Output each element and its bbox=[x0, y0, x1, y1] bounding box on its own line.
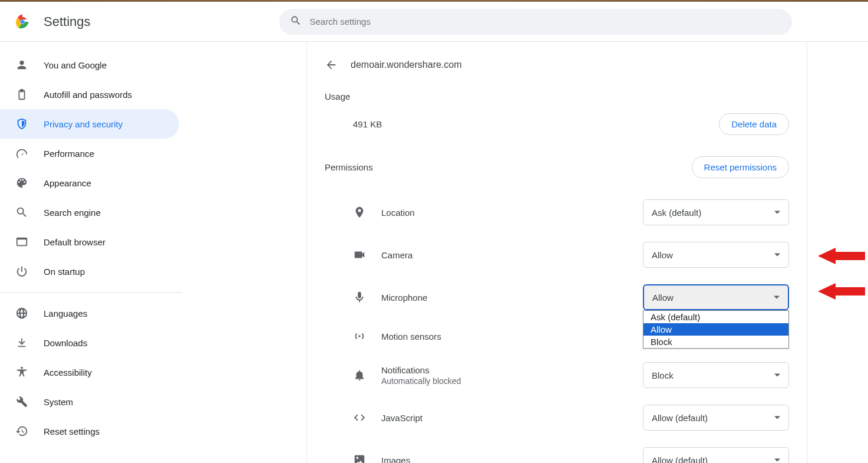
usage-value: 491 KB bbox=[353, 119, 382, 129]
sidebar-item-languages[interactable]: Languages bbox=[0, 298, 179, 328]
sidebar-item-you-and-google[interactable]: You and Google bbox=[0, 50, 179, 80]
sidebar-item-label: You and Google bbox=[44, 60, 107, 70]
gauge-icon bbox=[15, 147, 28, 160]
svg-point-2 bbox=[21, 20, 24, 24]
sidebar-item-label: Default browser bbox=[44, 237, 105, 247]
permission-row-location: Location Ask (default) bbox=[325, 191, 789, 234]
sidebar-item-default-browser[interactable]: Default browser bbox=[0, 227, 179, 257]
permission-select-value: Block bbox=[652, 370, 674, 380]
permission-select-microphone[interactable]: Allow bbox=[643, 284, 789, 310]
palette-icon bbox=[15, 176, 28, 189]
permission-select-camera[interactable]: Allow bbox=[643, 242, 789, 268]
dropdown-option-allow[interactable]: Allow bbox=[643, 323, 788, 336]
download-icon bbox=[15, 336, 28, 349]
sidebar-item-label: Search engine bbox=[44, 208, 101, 218]
search-icon bbox=[15, 206, 28, 219]
sidebar-item-label: System bbox=[44, 397, 73, 407]
permission-select-images[interactable]: Allow (default) bbox=[643, 447, 789, 463]
dropdown-option-block[interactable]: Block bbox=[643, 336, 788, 348]
annotation-arrow-microphone bbox=[818, 280, 865, 303]
svg-marker-4 bbox=[818, 283, 865, 300]
permission-row-camera: Camera Allow bbox=[325, 234, 789, 276]
accessibility-icon bbox=[15, 366, 28, 379]
microphone-icon bbox=[353, 291, 366, 304]
permission-label: Location bbox=[381, 208, 415, 218]
site-settings-card: demoair.wondershare.com Usage 491 KB Del… bbox=[306, 42, 807, 463]
permission-select-javascript[interactable]: Allow (default) bbox=[643, 405, 789, 431]
search-icon bbox=[290, 15, 310, 28]
permission-select-location[interactable]: Ask (default) bbox=[643, 199, 789, 225]
permission-row-javascript: JavaScript Allow (default) bbox=[325, 396, 789, 439]
permission-row-notifications: Notifications Automatically blocked Bloc… bbox=[325, 354, 789, 396]
permission-label: Motion sensors bbox=[381, 331, 441, 341]
permission-label: Notifications bbox=[381, 365, 461, 375]
sidebar-item-privacy[interactable]: Privacy and security bbox=[0, 109, 179, 139]
person-icon bbox=[15, 58, 28, 71]
globe-icon bbox=[15, 307, 28, 320]
sidebar-item-label: Appearance bbox=[44, 178, 91, 188]
code-icon bbox=[353, 411, 366, 424]
main-content: demoair.wondershare.com Usage 491 KB Del… bbox=[183, 42, 868, 463]
sidebar-item-label: Accessibility bbox=[44, 367, 92, 377]
chevron-down-icon bbox=[774, 374, 780, 377]
sidebar-item-label: Privacy and security bbox=[44, 119, 123, 129]
permission-dropdown-menu: Ask (default) Allow Block bbox=[643, 310, 789, 349]
chrome-logo-icon bbox=[14, 14, 31, 30]
chevron-down-icon bbox=[774, 296, 780, 299]
permission-label: JavaScript bbox=[381, 413, 423, 423]
power-icon bbox=[15, 265, 28, 278]
usage-section-title: Usage bbox=[325, 91, 789, 101]
window-icon bbox=[15, 235, 28, 248]
permission-select-value: Ask (default) bbox=[652, 208, 701, 218]
permission-label: Microphone bbox=[381, 293, 427, 303]
chevron-down-icon bbox=[774, 254, 780, 257]
permission-sublabel: Automatically blocked bbox=[381, 376, 461, 386]
svg-marker-3 bbox=[818, 248, 865, 264]
sidebar-item-label: Languages bbox=[44, 308, 87, 318]
site-url: demoair.wondershare.com bbox=[351, 60, 462, 70]
page-title: Settings bbox=[44, 14, 91, 29]
permission-row-images: Images Allow (default) bbox=[325, 439, 789, 463]
sidebar-item-label: Reset settings bbox=[44, 426, 100, 436]
delete-data-button[interactable]: Delete data bbox=[719, 113, 789, 135]
dropdown-option-ask[interactable]: Ask (default) bbox=[643, 311, 788, 323]
sidebar-item-label: On startup bbox=[44, 267, 85, 277]
camera-icon bbox=[353, 248, 366, 261]
header: Settings bbox=[0, 2, 868, 42]
back-arrow-icon[interactable] bbox=[325, 58, 338, 71]
permissions-section-title: Permissions bbox=[325, 162, 373, 172]
chevron-down-icon bbox=[774, 459, 780, 462]
shield-icon bbox=[15, 117, 28, 130]
sidebar-item-performance[interactable]: Performance bbox=[0, 139, 179, 168]
permission-select-notifications[interactable]: Block bbox=[643, 362, 789, 388]
sidebar-item-accessibility[interactable]: Accessibility bbox=[0, 357, 179, 387]
sidebar-item-autofill[interactable]: Autofill and passwords bbox=[0, 80, 179, 109]
search-settings-input[interactable] bbox=[310, 17, 781, 27]
sidebar-item-label: Performance bbox=[44, 149, 94, 159]
sidebar-item-search-engine[interactable]: Search engine bbox=[0, 198, 179, 227]
sidebar-divider bbox=[0, 292, 183, 293]
reset-permissions-button[interactable]: Reset permissions bbox=[692, 156, 789, 178]
permission-label: Camera bbox=[381, 250, 412, 260]
permission-select-value: Allow (default) bbox=[652, 455, 708, 464]
sidebar-item-system[interactable]: System bbox=[0, 387, 179, 416]
sidebar-item-label: Autofill and passwords bbox=[44, 90, 132, 100]
permission-row-microphone: Microphone Allow Ask (default) Allow Blo… bbox=[325, 276, 789, 318]
annotation-arrow-camera bbox=[818, 244, 865, 268]
sidebar-item-downloads[interactable]: Downloads bbox=[0, 328, 179, 357]
bell-icon bbox=[353, 369, 366, 382]
chevron-down-icon bbox=[774, 416, 780, 419]
chevron-down-icon bbox=[774, 211, 780, 214]
wrench-icon bbox=[15, 395, 28, 408]
location-icon bbox=[353, 206, 366, 219]
sidebar-item-label: Downloads bbox=[44, 338, 87, 348]
history-icon bbox=[15, 425, 28, 438]
permission-select-value: Allow bbox=[652, 293, 674, 303]
sidebar-item-appearance[interactable]: Appearance bbox=[0, 168, 179, 198]
sidebar-item-on-startup[interactable]: On startup bbox=[0, 257, 179, 286]
image-icon bbox=[353, 454, 366, 463]
permission-select-value: Allow bbox=[652, 250, 673, 260]
permission-label: Images bbox=[381, 455, 410, 464]
search-settings-box[interactable] bbox=[279, 9, 792, 35]
sidebar-item-reset-settings[interactable]: Reset settings bbox=[0, 416, 179, 446]
